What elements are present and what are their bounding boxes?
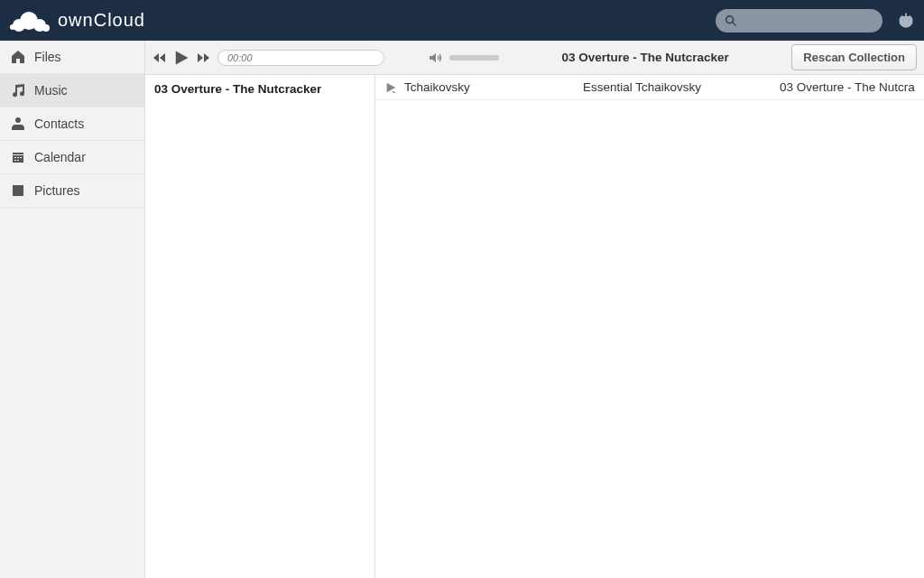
main-area: Files Music Contacts Calendar Pictures xyxy=(0,41,924,578)
svg-point-3 xyxy=(10,24,15,30)
row-play-button[interactable] xyxy=(384,81,397,94)
pictures-icon xyxy=(11,183,25,198)
sidebar-item-files[interactable]: Files xyxy=(0,41,144,74)
title-cell: 03 Overture - The Nutcracker xyxy=(780,80,915,94)
detail-panel: Tchaikovsky Essential Tchaikovsky 03 Ove… xyxy=(375,75,924,578)
sidebar: Files Music Contacts Calendar Pictures xyxy=(0,41,145,578)
previous-button[interactable] xyxy=(152,51,167,65)
sidebar-item-music[interactable]: Music xyxy=(0,74,144,107)
play-button[interactable] xyxy=(172,49,190,67)
content-area: 00:00 03 Overture - The Nutcracker Resca… xyxy=(145,41,924,578)
search-input[interactable] xyxy=(716,9,882,33)
artist-cell: Tchaikovsky xyxy=(404,80,576,94)
player-controls xyxy=(152,49,210,67)
calendar-icon xyxy=(11,150,25,164)
player-bar: 00:00 03 Overture - The Nutcracker Resca… xyxy=(145,41,924,75)
top-bar-right xyxy=(716,9,915,33)
top-bar: ownCloud xyxy=(0,0,924,41)
volume-slider[interactable] xyxy=(449,55,499,61)
music-body: 03 Overture - The Nutcracker Tchaikovsky… xyxy=(145,75,924,578)
sidebar-item-label: Files xyxy=(34,50,61,64)
logout-button[interactable] xyxy=(897,12,915,30)
music-icon xyxy=(11,83,25,98)
rescan-button[interactable]: Rescan Collection xyxy=(791,44,917,70)
progress-bar[interactable]: 00:00 xyxy=(217,50,384,66)
contacts-icon xyxy=(11,117,25,131)
search-icon xyxy=(725,14,737,27)
svg-point-4 xyxy=(42,24,50,32)
track-panel: 03 Overture - The Nutcracker xyxy=(145,75,375,578)
sidebar-item-contacts[interactable]: Contacts xyxy=(0,107,144,141)
time-display: 00:00 xyxy=(227,52,253,63)
logo: ownCloud xyxy=(9,8,145,33)
cloud-icon xyxy=(9,8,60,33)
volume-control xyxy=(428,51,499,65)
sidebar-item-calendar[interactable]: Calendar xyxy=(0,141,144,174)
app-name: ownCloud xyxy=(58,10,145,31)
next-button[interactable] xyxy=(196,51,210,65)
current-track-title: 03 Overture - The Nutcracker xyxy=(154,82,365,96)
track-row[interactable]: Tchaikovsky Essential Tchaikovsky 03 Ove… xyxy=(375,75,924,100)
now-playing-title: 03 Overture - The Nutcracker xyxy=(515,51,775,64)
sidebar-item-pictures[interactable]: Pictures xyxy=(0,174,144,208)
album-cell: Essential Tchaikovsky xyxy=(583,80,772,94)
sidebar-item-label: Pictures xyxy=(34,183,80,198)
sidebar-item-label: Calendar xyxy=(34,150,86,164)
home-icon xyxy=(11,50,25,64)
volume-icon[interactable] xyxy=(428,51,442,65)
sidebar-item-label: Music xyxy=(34,83,68,98)
sidebar-item-label: Contacts xyxy=(34,117,84,131)
